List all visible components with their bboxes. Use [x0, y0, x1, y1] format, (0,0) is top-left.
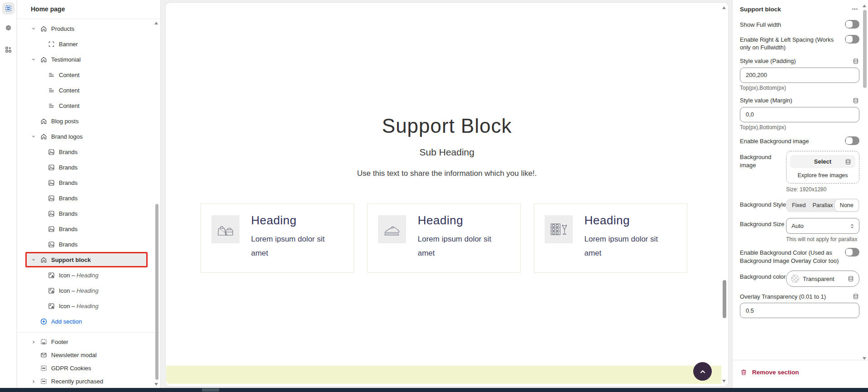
- page-title: Home page: [17, 0, 160, 19]
- sidebar-item-testimonial[interactable]: Testimonial: [17, 52, 160, 67]
- sidebar-item-newsletter-modal[interactable]: Newsletter modal: [17, 348, 160, 362]
- dynamic-source-icon[interactable]: [852, 58, 859, 65]
- sidebar-item-label: Blog posts: [51, 118, 79, 125]
- rail-settings-button[interactable]: [2, 22, 14, 34]
- sidebar-item-products[interactable]: Products: [17, 21, 160, 36]
- card-heading: Heading: [585, 213, 673, 227]
- add-section-label: Add section: [51, 318, 82, 325]
- scroll-to-top-button[interactable]: [693, 362, 712, 381]
- full-width-toggle[interactable]: [845, 20, 859, 29]
- bg-color-picker[interactable]: Transparent: [786, 271, 859, 287]
- panel-scrollbar-thumb[interactable]: [863, 10, 867, 88]
- chevron-up-icon: [699, 368, 707, 376]
- sidebar-item-label: Brands: [59, 210, 77, 217]
- sidebar-item-icon-heading[interactable]: Icon – Heading: [17, 283, 160, 298]
- bg-image-toggle[interactable]: [845, 136, 859, 145]
- sidebar-scroll-up-arrow[interactable]: [154, 22, 158, 24]
- preview-scrollbar-thumb[interactable]: [723, 280, 726, 318]
- preview-scroll-up-arrow[interactable]: [722, 6, 726, 9]
- rail-apps-button[interactable]: [2, 44, 14, 56]
- horizontal-scrollbar[interactable]: [0, 388, 868, 392]
- bg-style-option-none-selected[interactable]: None: [835, 199, 858, 211]
- icon-block-icon: [48, 287, 55, 295]
- preview-scroll-down-arrow[interactable]: [722, 380, 726, 382]
- margin-helper: Top(px),Bottom(px): [740, 124, 859, 131]
- sidebar-item-content[interactable]: Content: [17, 67, 160, 82]
- chevron-down-icon[interactable]: [31, 26, 36, 31]
- sidebar-item-brands[interactable]: Brands: [17, 206, 160, 221]
- bg-style-option-fixed[interactable]: Fixed: [787, 199, 810, 211]
- bg-size-select[interactable]: Auto: [786, 218, 859, 234]
- icon-card[interactable]: Heading Lorem ipsum dolor sit amet: [534, 203, 687, 273]
- content-icon: [48, 71, 55, 79]
- sidebar-item-brands[interactable]: Brands: [17, 190, 160, 206]
- more-options-button[interactable]: [850, 5, 859, 14]
- sidebar-item-recently-purchased[interactable]: Recently purchased: [17, 375, 160, 388]
- sidebar-item-label: Brands: [59, 179, 77, 186]
- sidebar-item-blog-posts[interactable]: Blog posts: [17, 113, 160, 129]
- chevron-down-icon[interactable]: [31, 257, 36, 262]
- margin-input[interactable]: [740, 107, 859, 122]
- bg-style-option-parallax[interactable]: Parallax: [810, 199, 834, 211]
- bg-image-label: Background image: [740, 151, 786, 193]
- sidebar-scroll-down-arrow[interactable]: [154, 383, 158, 386]
- padding-input[interactable]: [740, 68, 859, 83]
- sidebar-item-label: Brand logos: [51, 133, 82, 140]
- sidebar-item-brands[interactable]: Brands: [17, 221, 160, 237]
- rail-sections-button[interactable]: [2, 2, 14, 15]
- sidebar-item-footer[interactable]: Footer: [17, 335, 160, 348]
- card-body: Lorem ipsum dolor sit amet: [251, 232, 340, 261]
- sidebar-item-gdpr-cookies[interactable]: GDPR Cookies: [17, 362, 160, 375]
- home-section-icon: [40, 117, 48, 125]
- support-block-section[interactable]: Support Block Sub Heading Use this text …: [166, 3, 728, 273]
- home-section-icon: [40, 25, 48, 33]
- chevron-right-icon[interactable]: [31, 379, 36, 384]
- card-heading: Heading: [418, 213, 506, 227]
- content-icon: [48, 87, 55, 94]
- footer-section-icon: [40, 338, 48, 346]
- image-icon: [48, 241, 55, 248]
- dynamic-source-icon[interactable]: [844, 158, 852, 165]
- spacing-toggle[interactable]: [845, 35, 859, 44]
- sidebar-item-brands[interactable]: Brands: [17, 237, 160, 252]
- sidebar-item-label: Icon – Heading: [59, 287, 98, 294]
- remove-section-button[interactable]: Remove section: [740, 368, 799, 376]
- sidebar-item-icon-heading[interactable]: Icon – Heading: [17, 298, 160, 314]
- horizontal-scrollbar-thumb[interactable]: [202, 388, 219, 392]
- overlay-input[interactable]: [740, 303, 859, 318]
- dynamic-source-icon[interactable]: [852, 293, 859, 300]
- add-section-button[interactable]: Add section: [17, 314, 160, 329]
- sidebar-scrollbar-thumb[interactable]: [155, 204, 158, 380]
- chevron-down-icon[interactable]: [31, 134, 36, 139]
- storefront-preview: Support Block Sub Heading Use this text …: [166, 3, 728, 386]
- sidebar-item-icon-heading[interactable]: Icon – Heading: [17, 267, 160, 283]
- sidebar-item-brands[interactable]: Brands: [17, 175, 160, 190]
- dynamic-source-icon[interactable]: [847, 275, 854, 282]
- sidebar-item-content[interactable]: Content: [17, 82, 160, 98]
- sidebar-item-brands[interactable]: Brands: [17, 160, 160, 175]
- select-label: Select: [814, 158, 831, 165]
- panel-scroll-down-arrow[interactable]: [863, 357, 866, 360]
- content-icon: [48, 102, 55, 110]
- toggle-knob: [846, 21, 853, 28]
- icon-card[interactable]: Heading Lorem ipsum dolor sit amet: [201, 203, 354, 273]
- left-icon-rail: [0, 0, 17, 388]
- bg-color-toggle[interactable]: [845, 248, 859, 256]
- chevron-down-icon[interactable]: [31, 57, 36, 62]
- sidebar-item-brands[interactable]: Brands: [17, 144, 160, 160]
- explore-free-images-link[interactable]: Explore free images: [790, 172, 855, 179]
- icon-card[interactable]: Heading Lorem ipsum dolor sit amet: [367, 203, 521, 273]
- image-select-button[interactable]: Select: [790, 155, 855, 168]
- card-image-placeholder: [211, 215, 240, 243]
- dynamic-source-icon[interactable]: [852, 97, 859, 104]
- transparent-swatch-icon: [791, 275, 799, 283]
- sidebar-item-banner[interactable]: Banner: [17, 36, 160, 52]
- sidebar-item-support-block-selected[interactable]: Support block: [25, 252, 148, 267]
- sidebar-item-label: Brands: [59, 149, 77, 155]
- chevron-right-icon[interactable]: [31, 339, 36, 345]
- sidebar-item-label: Testimonial: [51, 56, 81, 63]
- sidebar-item-label: Banner: [59, 41, 78, 48]
- sidebar-item-content[interactable]: Content: [17, 98, 160, 113]
- panel-scroll-up-arrow[interactable]: [863, 5, 866, 7]
- sidebar-item-brand-logos[interactable]: Brand logos: [17, 129, 160, 144]
